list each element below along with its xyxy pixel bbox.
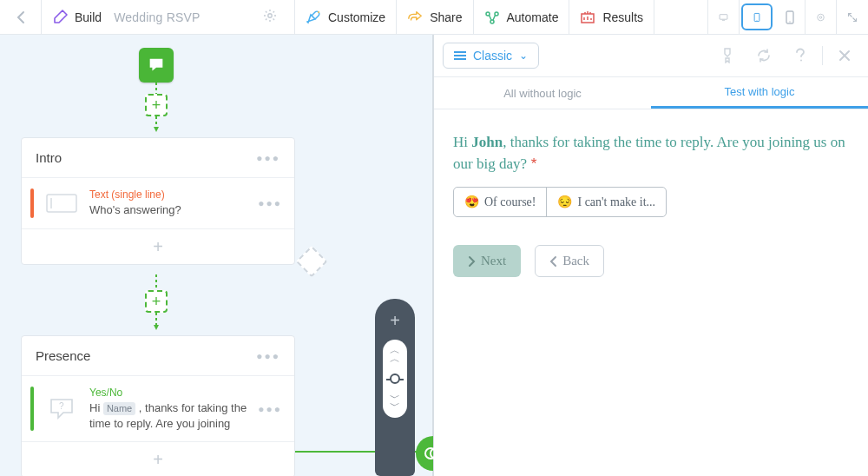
svg-point-7 — [757, 19, 758, 20]
tab-build[interactable]: Build Wedding RSVP — [42, 0, 295, 34]
chevron-down-icon: ⌄ — [519, 50, 528, 62]
theme-label: Classic — [473, 49, 512, 63]
emoji-heart-eyes-icon: 😍 — [464, 195, 479, 209]
question-row-yesno[interactable]: ? Yes/No Hi Name , thanks for taking the… — [22, 376, 294, 442]
preview-settings-button[interactable] — [806, 0, 837, 34]
block-menu-icon[interactable]: ●●● — [256, 152, 280, 164]
preview-pane: Classic ⌄ All without logic Test with lo… — [434, 35, 868, 476]
preview-tabs: All without logic Test with logic — [434, 76, 868, 109]
top-toolbar: Build Wedding RSVP Customize Share Autom… — [0, 0, 868, 35]
tab-automate[interactable]: Automate — [474, 0, 570, 34]
customize-icon — [306, 10, 321, 25]
tab-all-without-logic[interactable]: All without logic — [434, 77, 651, 109]
svg-point-3 — [495, 12, 498, 16]
tab-results-label: Results — [602, 10, 643, 24]
text-field-icon — [44, 190, 79, 216]
svg-point-4 — [490, 20, 494, 23]
row-menu-icon[interactable]: ●●● — [258, 403, 282, 415]
theme-selector[interactable]: Classic ⌄ — [443, 43, 539, 69]
row-accent — [30, 387, 34, 431]
tab-customize[interactable]: Customize — [295, 0, 397, 34]
share-icon — [407, 10, 423, 25]
device-tablet-button[interactable] — [741, 3, 773, 30]
block-add-question[interactable]: + — [22, 229, 294, 264]
logic-branch-handle[interactable] — [296, 246, 328, 278]
next-button[interactable]: Next — [453, 245, 521, 277]
divider — [822, 46, 823, 65]
tab-share-label: Share — [430, 10, 462, 24]
preview-question: Hi John, thanks for taking the time to r… — [453, 132, 851, 175]
automate-icon — [484, 10, 500, 25]
preview-highlight-button[interactable] — [713, 41, 742, 70]
svg-point-11 — [819, 16, 821, 17]
preview-refresh-button[interactable] — [749, 41, 779, 70]
block-intro-title: Intro — [36, 150, 62, 165]
variable-chip: Name — [103, 402, 135, 415]
canvas-navigator[interactable]: + ︿︿ ﹀﹀ — [375, 299, 415, 476]
navigator-handle-icon[interactable] — [390, 374, 400, 384]
block-presence-title: Presence — [36, 348, 90, 363]
svg-point-9 — [789, 21, 790, 22]
option-no[interactable]: 😔I can't make it... — [546, 188, 666, 216]
document-name[interactable]: Wedding RSVP — [114, 10, 200, 24]
block-presence[interactable]: Presence ●●● ? Yes/No Hi Name , thanks f… — [21, 335, 295, 476]
svg-point-2 — [486, 12, 490, 16]
svg-text:?: ? — [59, 401, 64, 411]
fullscreen-button[interactable] — [837, 0, 868, 34]
tab-results[interactable]: Results — [569, 0, 654, 34]
svg-rect-5 — [720, 14, 727, 19]
drag-handle[interactable] — [416, 436, 434, 471]
preview-name-token: John — [471, 134, 503, 150]
tab-build-label: Build — [75, 10, 102, 24]
chevron-up-icon[interactable]: ︿︿ — [390, 347, 400, 363]
preview-options: 😍Of course! 😔I can't make it... — [453, 187, 667, 217]
chevron-left-icon — [549, 255, 557, 268]
row-type-label: Text (single line) — [89, 188, 247, 201]
tab-automate-label: Automate — [507, 10, 559, 24]
chevron-right-icon — [468, 255, 476, 268]
emoji-sad-icon: 😔 — [557, 195, 572, 209]
question-row-text[interactable]: Text (single line) Who's answering? ●●● — [22, 178, 294, 229]
preview-body: Hi John, thanks for taking the time to r… — [434, 109, 868, 476]
svg-point-22 — [800, 60, 802, 62]
row-menu-icon[interactable]: ●●● — [258, 197, 282, 209]
row-question-text: Who's answering? — [89, 202, 247, 218]
back-button[interactable] — [0, 0, 42, 34]
block-intro[interactable]: Intro ●●● Text (single line) Who's answe… — [21, 137, 295, 265]
navigator-scroll[interactable]: ︿︿ ﹀﹀ — [383, 340, 407, 418]
required-asterisk: * — [527, 155, 536, 172]
tab-customize-label: Customize — [328, 10, 385, 24]
row-accent — [30, 188, 34, 218]
start-node[interactable] — [139, 48, 174, 83]
results-icon — [580, 10, 595, 25]
svg-point-10 — [818, 14, 825, 21]
device-desktop-button[interactable] — [708, 0, 740, 34]
yesno-icon: ? — [44, 396, 79, 422]
add-node-button[interactable]: + — [145, 290, 168, 313]
workspace: + Intro ●●● Text (single line) Who's ans… — [0, 35, 868, 476]
tab-test-with-logic[interactable]: Test with logic — [651, 77, 868, 109]
block-add-question[interactable]: + — [22, 442, 294, 476]
theme-icon — [454, 51, 466, 60]
navigator-add-icon[interactable]: + — [390, 311, 400, 331]
svg-point-0 — [268, 14, 272, 17]
row-type-label: Yes/No — [89, 387, 247, 399]
chevron-down-icon[interactable]: ﹀﹀ — [390, 394, 400, 411]
back-button[interactable]: Back — [535, 245, 604, 277]
tab-share[interactable]: Share — [397, 0, 473, 34]
build-icon — [52, 10, 68, 25]
preview-toolbar: Classic ⌄ — [434, 35, 868, 76]
preview-help-button[interactable] — [786, 41, 815, 70]
row-question-text: Hi Name , thanks for taking the time to … — [89, 400, 247, 431]
add-node-button[interactable]: + — [145, 94, 168, 116]
device-phone-button[interactable] — [774, 0, 806, 34]
toolbar-spacer — [654, 0, 708, 34]
doc-settings-icon[interactable] — [263, 9, 277, 25]
preview-nav: Next Back — [453, 245, 851, 277]
flow-canvas[interactable]: + Intro ●●● Text (single line) Who's ans… — [0, 35, 434, 476]
svg-point-1 — [318, 11, 319, 13]
option-yes[interactable]: 😍Of course! — [454, 188, 546, 216]
preview-close-button[interactable] — [830, 41, 859, 70]
block-menu-icon[interactable]: ●●● — [256, 350, 280, 362]
